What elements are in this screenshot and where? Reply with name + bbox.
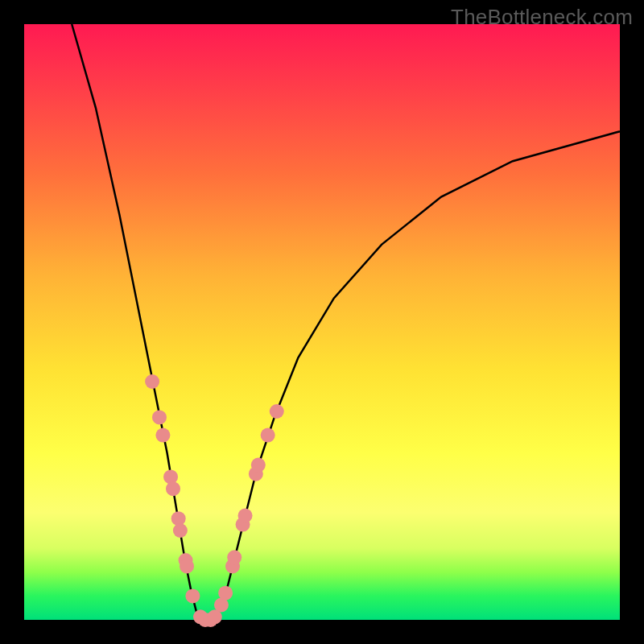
plot-area xyxy=(24,24,620,620)
curve-svg xyxy=(24,24,620,620)
data-marker xyxy=(152,410,167,424)
data-marker xyxy=(145,374,159,389)
data-marker xyxy=(173,523,188,538)
watermark-text: TheBottleneck.com xyxy=(451,5,633,30)
bottleneck-curve xyxy=(72,24,620,620)
data-marker xyxy=(218,586,233,601)
data-marker xyxy=(185,588,200,603)
data-marker xyxy=(261,428,275,443)
marker-group xyxy=(145,374,284,627)
data-marker xyxy=(180,559,194,573)
data-marker xyxy=(166,481,180,496)
chart-frame: TheBottleneck.com xyxy=(0,0,644,644)
data-marker xyxy=(238,509,253,523)
data-marker xyxy=(270,404,284,419)
data-marker xyxy=(251,458,266,473)
data-marker xyxy=(155,428,170,443)
data-marker xyxy=(227,550,242,564)
data-marker xyxy=(163,469,178,484)
